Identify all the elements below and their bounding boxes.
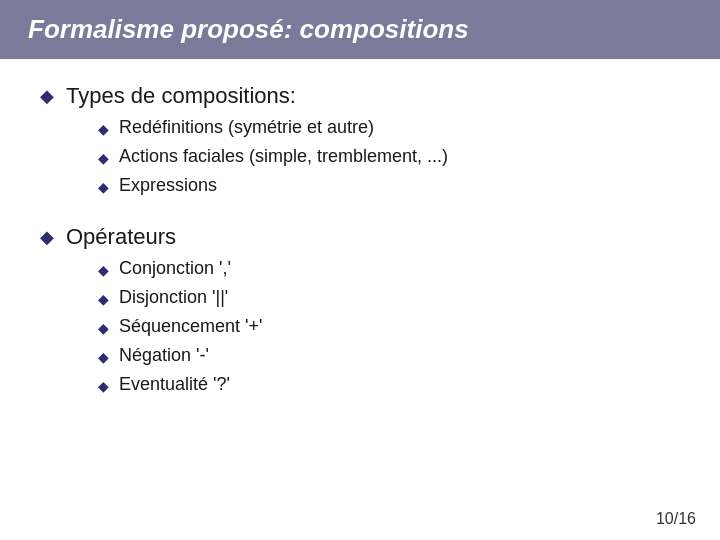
main-bullet-1: ◆ Types de compositions: ◆ Redéfinitions… [40, 83, 680, 204]
sub-text-2-4: Négation '-' [119, 345, 209, 366]
main-bullet-2-body: Opérateurs ◆ Conjonction ',' ◆ Disjoncti… [66, 224, 262, 403]
sub-bullet-1-1: ◆ Redéfinitions (symétrie et autre) [98, 117, 448, 138]
main-bullet-1-label: Types de compositions: [66, 83, 296, 108]
sub-text-2-3: Séquencement '+' [119, 316, 262, 337]
bullet-diamond-2: ◆ [40, 226, 54, 248]
sub-list-2: ◆ Conjonction ',' ◆ Disjonction '||' ◆ S… [98, 258, 262, 395]
sub-bullet-1-3: ◆ Expressions [98, 175, 448, 196]
page-number: 10/16 [656, 510, 696, 528]
sub-diamond-1-3: ◆ [98, 179, 109, 195]
sub-list-1: ◆ Redéfinitions (symétrie et autre) ◆ Ac… [98, 117, 448, 196]
sub-bullet-2-4: ◆ Négation '-' [98, 345, 262, 366]
sub-diamond-2-4: ◆ [98, 349, 109, 365]
sub-bullet-2-3: ◆ Séquencement '+' [98, 316, 262, 337]
sub-diamond-2-3: ◆ [98, 320, 109, 336]
sub-text-2-1: Conjonction ',' [119, 258, 231, 279]
sub-bullet-2-2: ◆ Disjonction '||' [98, 287, 262, 308]
sub-diamond-2-5: ◆ [98, 378, 109, 394]
bullet-diamond-1: ◆ [40, 85, 54, 107]
sub-text-1-2: Actions faciales (simple, tremblement, .… [119, 146, 448, 167]
main-bullet-2-label: Opérateurs [66, 224, 176, 249]
slide-title: Formalisme proposé: compositions [28, 14, 469, 44]
main-bullet-2: ◆ Opérateurs ◆ Conjonction ',' ◆ Disjonc… [40, 224, 680, 403]
sub-text-2-2: Disjonction '||' [119, 287, 228, 308]
sub-bullet-1-2: ◆ Actions faciales (simple, tremblement,… [98, 146, 448, 167]
sub-bullet-2-5: ◆ Eventualité '?' [98, 374, 262, 395]
slide: Formalisme proposé: compositions ◆ Types… [0, 0, 720, 540]
main-bullet-1-body: Types de compositions: ◆ Redéfinitions (… [66, 83, 448, 204]
sub-diamond-2-2: ◆ [98, 291, 109, 307]
sub-diamond-2-1: ◆ [98, 262, 109, 278]
sub-diamond-1-1: ◆ [98, 121, 109, 137]
sub-text-1-3: Expressions [119, 175, 217, 196]
sub-bullet-2-1: ◆ Conjonction ',' [98, 258, 262, 279]
sub-text-2-5: Eventualité '?' [119, 374, 230, 395]
sub-text-1-1: Redéfinitions (symétrie et autre) [119, 117, 374, 138]
slide-content: ◆ Types de compositions: ◆ Redéfinitions… [0, 83, 720, 403]
sub-diamond-1-2: ◆ [98, 150, 109, 166]
slide-header: Formalisme proposé: compositions [0, 0, 720, 59]
